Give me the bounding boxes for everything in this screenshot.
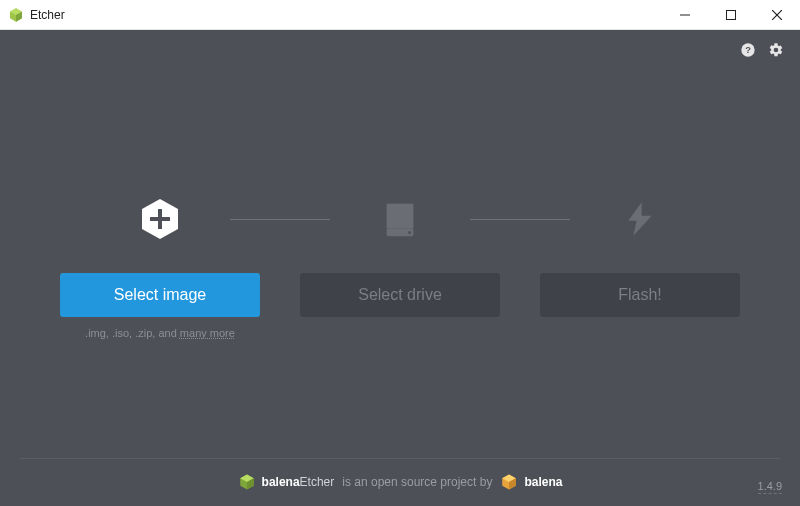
window-title: Etcher	[30, 8, 65, 22]
window-maximize-button[interactable]	[708, 0, 754, 30]
step-connector	[500, 189, 540, 249]
select-drive-button: Select drive	[300, 273, 500, 317]
app-icon	[8, 7, 24, 23]
select-image-button[interactable]: Select image	[60, 273, 260, 317]
svg-rect-11	[150, 217, 170, 221]
step-flash: Flash!	[540, 189, 740, 317]
window-close-button[interactable]	[754, 0, 800, 30]
balena-etcher-brand[interactable]: balenaEtcher	[238, 473, 335, 491]
app-body: ? Select image .img, .iso	[0, 30, 800, 506]
svg-rect-4	[727, 10, 736, 19]
lightning-icon	[620, 189, 660, 249]
step-select-image: Select image .img, .iso, .zip, and many …	[60, 189, 260, 339]
footer: balenaEtcher is an open source project b…	[0, 458, 800, 506]
cube-icon	[238, 473, 256, 491]
select-image-label: Select image	[114, 286, 207, 304]
version-label[interactable]: 1.4.9	[758, 480, 782, 494]
help-icon[interactable]: ?	[738, 40, 758, 60]
balena-brand[interactable]: balena	[500, 473, 562, 491]
app-topbar: ?	[0, 30, 800, 70]
footer-divider	[20, 458, 780, 459]
window-titlebar: Etcher	[0, 0, 800, 30]
step-select-drive: Select drive	[300, 189, 500, 317]
footer-content: balenaEtcher is an open source project b…	[238, 473, 563, 491]
gear-icon[interactable]	[766, 40, 786, 60]
svg-point-13	[408, 231, 411, 234]
window-minimize-button[interactable]	[662, 0, 708, 30]
step-connector	[260, 189, 300, 249]
main-area: Select image .img, .iso, .zip, and many …	[0, 70, 800, 458]
plus-hexagon-icon	[136, 189, 184, 249]
steps-row: Select image .img, .iso, .zip, and many …	[60, 189, 740, 339]
svg-text:?: ?	[745, 45, 751, 55]
flash-button: Flash!	[540, 273, 740, 317]
cube-icon	[500, 473, 518, 491]
many-more-link[interactable]: many more	[180, 327, 235, 339]
select-drive-label: Select drive	[358, 286, 442, 304]
drive-icon	[377, 189, 423, 249]
select-image-hint: .img, .iso, .zip, and many more	[85, 327, 235, 339]
flash-label: Flash!	[618, 286, 662, 304]
footer-tagline: is an open source project by	[342, 475, 492, 489]
svg-rect-3	[680, 14, 690, 15]
